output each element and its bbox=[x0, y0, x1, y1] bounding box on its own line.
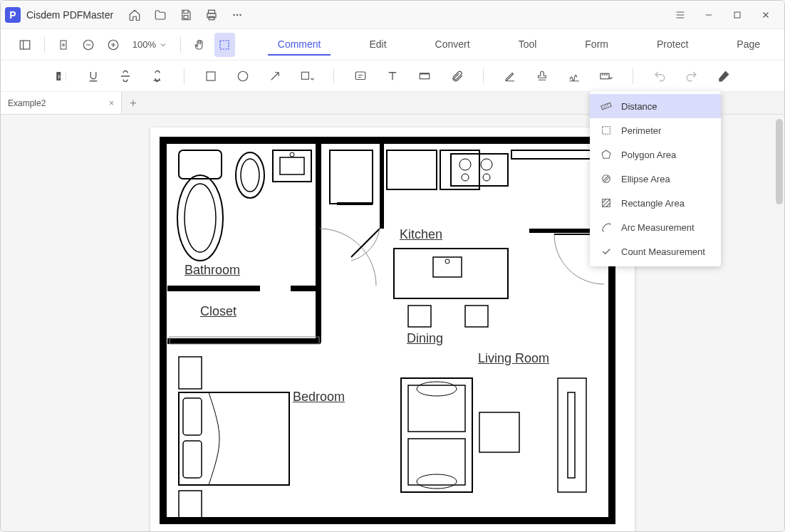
scrollbar-thumb[interactable] bbox=[776, 119, 783, 204]
zoom-out-button[interactable] bbox=[78, 33, 99, 57]
redo-button[interactable] bbox=[681, 65, 702, 88]
measure-tool-button[interactable] bbox=[596, 65, 617, 88]
room-label-living: Living Room bbox=[478, 351, 549, 367]
note-tool-button[interactable] bbox=[350, 65, 370, 88]
check-icon bbox=[600, 245, 613, 258]
svg-point-18 bbox=[238, 71, 248, 81]
svg-point-32 bbox=[184, 184, 216, 252]
add-tab-button[interactable]: + bbox=[122, 92, 145, 114]
svg-rect-62 bbox=[408, 439, 465, 485]
dropdown-item-rectangle[interactable]: Rectangle Area bbox=[590, 191, 721, 215]
dropdown-item-label: Polygon Area bbox=[621, 150, 676, 160]
svg-rect-67 bbox=[568, 392, 575, 478]
svg-point-4 bbox=[233, 14, 234, 15]
svg-rect-0 bbox=[184, 15, 188, 19]
app-title: Cisdem PDFMaster bbox=[26, 9, 113, 21]
svg-rect-41 bbox=[387, 150, 437, 189]
svg-point-64 bbox=[417, 474, 457, 489]
dropdown-item-label: Count Measurement bbox=[621, 246, 705, 257]
save-button[interactable] bbox=[173, 2, 199, 28]
svg-rect-61 bbox=[408, 385, 465, 432]
svg-point-10 bbox=[63, 43, 65, 46]
svg-rect-9 bbox=[61, 41, 66, 49]
maximize-button[interactable] bbox=[723, 2, 752, 28]
minimize-button[interactable] bbox=[695, 2, 723, 28]
svg-rect-3 bbox=[209, 16, 214, 20]
svg-rect-19 bbox=[301, 72, 308, 79]
app-window: P Cisdem PDFMaster bbox=[0, 0, 785, 532]
signature-tool-button[interactable] bbox=[564, 65, 585, 88]
zoom-level-dropdown[interactable]: 100% bbox=[128, 39, 172, 50]
svg-rect-56 bbox=[179, 392, 289, 485]
floorplan-drawing bbox=[159, 136, 626, 525]
home-button[interactable] bbox=[122, 2, 147, 28]
undo-button[interactable] bbox=[649, 65, 670, 88]
vertical-scrollbar[interactable] bbox=[774, 115, 784, 531]
svg-rect-51 bbox=[433, 257, 462, 277]
hand-tool-button[interactable] bbox=[189, 33, 210, 57]
textbox-tool-button[interactable] bbox=[415, 65, 435, 88]
svg-rect-60 bbox=[401, 378, 472, 492]
tab-close-icon[interactable]: × bbox=[109, 98, 114, 108]
dropdown-item-perimeter[interactable]: Perimeter bbox=[590, 118, 721, 142]
measure-dropdown-menu: Distance Perimeter Polygon Area Ellipse … bbox=[590, 91, 721, 266]
svg-point-44 bbox=[459, 159, 471, 170]
dropdown-item-distance[interactable]: Distance bbox=[590, 94, 721, 118]
eraser-tool-button[interactable] bbox=[714, 65, 734, 88]
open-button[interactable] bbox=[147, 2, 173, 28]
fit-page-button[interactable] bbox=[53, 33, 74, 57]
rectangle-tool-button[interactable] bbox=[200, 65, 221, 88]
room-label-kitchen: Kitchen bbox=[400, 227, 442, 242]
svg-rect-8 bbox=[21, 41, 31, 49]
menu-convert[interactable]: Convert bbox=[425, 34, 480, 56]
select-tool-button[interactable] bbox=[214, 33, 235, 57]
text-tool-button[interactable] bbox=[382, 65, 402, 88]
dropdown-item-ellipse[interactable]: Ellipse Area bbox=[590, 167, 721, 191]
arrow-tool-button[interactable] bbox=[265, 65, 286, 88]
menu-tool[interactable]: Tool bbox=[509, 34, 547, 56]
close-button[interactable] bbox=[752, 2, 780, 28]
pencil-tool-button[interactable] bbox=[499, 65, 520, 88]
pdf-page: Bathroom Closet Kitchen Dining Bedroom L… bbox=[150, 127, 635, 531]
document-tab[interactable]: Example2 × bbox=[1, 92, 122, 114]
dropdown-item-polygon[interactable]: Polygon Area bbox=[590, 142, 721, 167]
shapes-dropdown-button[interactable] bbox=[297, 65, 318, 88]
svg-rect-27 bbox=[167, 338, 321, 344]
highlight-tool-button[interactable]: H bbox=[51, 65, 71, 88]
zoom-in-button[interactable] bbox=[103, 33, 124, 57]
menu-form[interactable]: Form bbox=[575, 34, 618, 56]
dropdown-item-label: Rectangle Area bbox=[621, 198, 685, 209]
dropdown-item-count[interactable]: Count Measurement bbox=[590, 239, 721, 264]
squiggly-tool-button[interactable] bbox=[147, 65, 168, 88]
ruler-icon bbox=[600, 100, 613, 113]
menu-page[interactable]: Page bbox=[727, 34, 770, 56]
svg-point-46 bbox=[481, 159, 492, 170]
svg-rect-17 bbox=[207, 72, 215, 80]
circle-tool-button[interactable] bbox=[232, 65, 253, 88]
menu-comment[interactable]: Comment bbox=[268, 34, 331, 56]
svg-rect-28 bbox=[380, 143, 384, 229]
arc-icon bbox=[600, 221, 613, 234]
sidebar-toggle-button[interactable] bbox=[15, 33, 36, 57]
underline-tool-button[interactable] bbox=[83, 65, 103, 88]
dropdown-item-arc[interactable]: Arc Measurement bbox=[590, 215, 721, 239]
hamburger-menu-button[interactable] bbox=[666, 2, 695, 28]
menu-protect[interactable]: Protect bbox=[647, 34, 698, 56]
svg-rect-57 bbox=[183, 398, 202, 435]
zoom-level-label: 100% bbox=[132, 39, 156, 50]
svg-rect-13 bbox=[220, 41, 229, 49]
svg-point-45 bbox=[462, 174, 469, 181]
svg-rect-42 bbox=[440, 150, 479, 189]
svg-point-6 bbox=[239, 14, 241, 15]
menu-edit[interactable]: Edit bbox=[359, 34, 396, 56]
more-button[interactable] bbox=[224, 2, 250, 28]
annotation-toolbar: H bbox=[1, 61, 784, 92]
svg-point-37 bbox=[290, 152, 294, 157]
svg-rect-55 bbox=[179, 357, 202, 389]
stamp-tool-button[interactable] bbox=[531, 65, 552, 88]
svg-rect-1 bbox=[209, 10, 215, 14]
attachment-tool-button[interactable] bbox=[447, 65, 467, 88]
dropdown-item-label: Ellipse Area bbox=[621, 174, 670, 184]
print-button[interactable] bbox=[199, 2, 224, 28]
strikethrough-tool-button[interactable] bbox=[115, 65, 136, 88]
